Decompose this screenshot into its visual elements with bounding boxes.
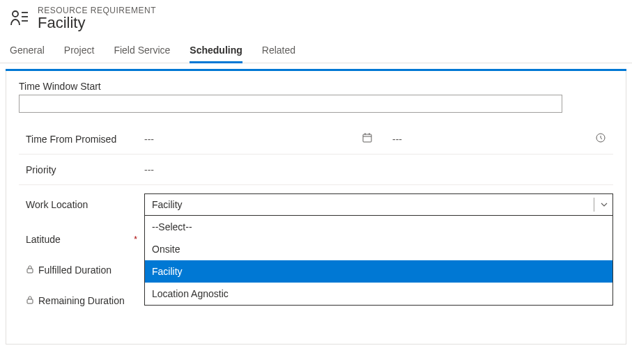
svg-rect-9 <box>27 269 33 273</box>
time-window-start-label: Time Window Start <box>19 81 613 92</box>
svg-point-0 <box>13 11 18 17</box>
tab-field-service[interactable]: Field Service <box>114 45 170 63</box>
page-header: RESOURCE REQUIREMENT Facility <box>0 0 632 32</box>
person-list-icon <box>10 8 29 28</box>
clock-icon[interactable] <box>595 132 606 145</box>
work-location-label: Work Location <box>19 199 144 210</box>
lock-icon <box>26 295 34 306</box>
tab-list: General Project Field Service Scheduling… <box>0 32 632 63</box>
dropdown-option-select[interactable]: --Select-- <box>145 216 612 238</box>
field-priority: Priority --- <box>19 155 613 185</box>
time-from-promised-date[interactable]: --- <box>144 134 154 145</box>
tab-project[interactable]: Project <box>64 45 95 63</box>
calendar-icon[interactable] <box>362 132 373 145</box>
time-from-promised-time[interactable]: --- <box>392 134 402 145</box>
remaining-duration-label: Remaining Duration <box>19 295 144 306</box>
priority-label: Priority <box>19 164 144 175</box>
page-title: Facility <box>38 14 156 32</box>
required-marker: * <box>134 235 137 244</box>
lock-icon <box>26 264 34 276</box>
svg-rect-4 <box>363 134 371 142</box>
chevron-down-icon <box>594 198 608 212</box>
dropdown-option-facility[interactable]: Facility <box>145 260 612 283</box>
tab-scheduling[interactable]: Scheduling <box>190 45 242 63</box>
form-panel: Time Window Start Time From Promised ---… <box>6 71 626 345</box>
svg-rect-10 <box>27 299 33 303</box>
tab-related[interactable]: Related <box>262 45 295 63</box>
work-location-selected: Facility <box>152 199 183 210</box>
time-window-start-input[interactable] <box>19 95 562 113</box>
dropdown-option-location-agnostic[interactable]: Location Agnostic <box>145 283 612 305</box>
work-location-select[interactable]: Facility <box>144 193 613 216</box>
field-work-location: Work Location Facility --Select-- Onsite… <box>19 185 613 224</box>
fulfilled-duration-label: Fulfilled Duration <box>19 264 144 276</box>
work-location-dropdown: --Select-- Onsite Facility Location Agno… <box>144 216 613 306</box>
field-time-from-promised: Time From Promised --- --- <box>19 124 613 155</box>
priority-value[interactable]: --- <box>144 164 154 175</box>
dropdown-option-onsite[interactable]: Onsite <box>145 238 612 260</box>
tab-general[interactable]: General <box>10 45 45 63</box>
time-from-promised-label: Time From Promised <box>19 134 144 145</box>
latitude-label: Latitude * <box>19 234 144 245</box>
